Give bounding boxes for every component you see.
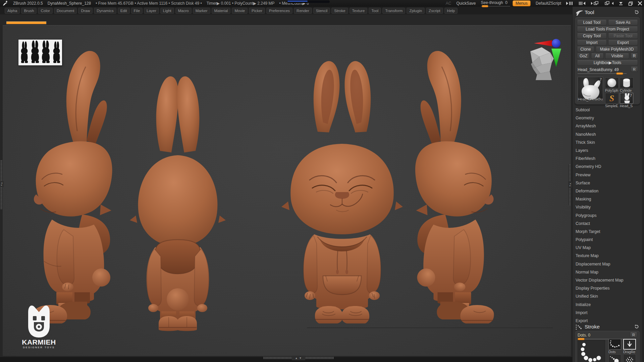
close-window-icon[interactable] [638, 1, 642, 5]
goz-r-button[interactable]: R [631, 53, 638, 59]
subpalette-section[interactable]: UV Map [573, 244, 642, 252]
menu-item[interactable]: Marker [193, 8, 210, 14]
menu-item[interactable]: Preferences [266, 8, 292, 14]
sculpting-canvas[interactable]: KARMIEH DESIGNER TOYS [3, 25, 571, 356]
bottom-tray-divider[interactable]: ▲ ▼ [263, 356, 334, 359]
see-through-handle[interactable] [482, 5, 488, 7]
subpalette-section[interactable]: Surface [573, 179, 642, 187]
left-tray-divider[interactable]: ◄► [0, 160, 3, 209]
menu-item[interactable]: Stencil [313, 8, 330, 14]
stroke-type-slider[interactable]: Dots. 0 R [578, 333, 637, 340]
subpalette-section[interactable]: Deformation [573, 187, 642, 195]
stroke-thumb-dragdot[interactable] [608, 354, 621, 362]
next-ui-layout-icon[interactable] [605, 1, 613, 6]
stroke-thumb-dragrect[interactable] [623, 339, 636, 350]
right-tray-divider[interactable]: ◄► [569, 164, 571, 205]
save-as-button[interactable]: Save As [608, 20, 638, 25]
subpalette-section[interactable]: Polygroups [573, 211, 642, 219]
subpalette-section[interactable]: FiberMesh [573, 155, 642, 163]
active-color-swatch[interactable] [6, 21, 47, 24]
subpalette-section[interactable]: Texture Map [573, 252, 642, 260]
menu-item[interactable]: Help [444, 8, 458, 14]
load-tools-from-project-button[interactable]: Load Tools From Project [577, 26, 638, 32]
tool-palette-restore-icon[interactable] [634, 10, 639, 15]
menu-item[interactable]: Draw [78, 8, 93, 14]
subpalette-section[interactable]: Geometry [573, 114, 642, 122]
menu-item[interactable]: Picker [249, 8, 265, 14]
subpalette-section[interactable]: Visibility [573, 203, 642, 211]
menu-item[interactable]: Edit [118, 8, 130, 14]
stroke-palette-restore-icon[interactable] [634, 324, 639, 329]
sculpt-left-profile-view[interactable] [23, 47, 114, 332]
subpalette-section[interactable]: Contact [573, 220, 642, 228]
subpalette-section[interactable]: Thick Skin [573, 138, 642, 146]
tool-thumb-simplebrush[interactable]: S [605, 93, 619, 104]
subpalette-section[interactable]: Polypaint [573, 236, 642, 244]
default-zscript-button[interactable]: DefaultZScript [536, 1, 561, 6]
make-polymesh3d-button[interactable]: Make PolyMesh3D [596, 47, 638, 52]
menu-item[interactable]: Stroke [331, 8, 348, 14]
menu-item[interactable]: Brush [21, 8, 37, 14]
subpalette-section[interactable]: Displacement Map [573, 260, 642, 268]
sculpt-front-view[interactable] [280, 55, 404, 325]
menus-toggle-button[interactable]: Menus [513, 0, 531, 6]
subpalette-section[interactable]: Normal Map [573, 268, 642, 276]
subpalette-section[interactable]: Display Properties [573, 284, 642, 292]
goz-visible-button[interactable]: Visible [605, 53, 629, 59]
menu-item[interactable]: Tool [369, 8, 381, 14]
menu-item[interactable]: Alpha [5, 8, 20, 14]
tool-thumb-cylinder[interactable] [620, 77, 633, 88]
sculpt-back-view[interactable] [129, 69, 226, 332]
subpalette-section[interactable]: Masking [573, 195, 642, 203]
bottom-tray-divider-arrows[interactable]: ▲ ▼ [292, 356, 305, 360]
menu-item[interactable]: File [131, 8, 143, 14]
restore-window-icon[interactable] [628, 1, 633, 6]
subpalette-section[interactable]: Unified Skin [573, 292, 642, 300]
menu-item[interactable]: Light [160, 8, 174, 14]
stroke-slider-handle[interactable] [578, 338, 585, 340]
stroke-thumb-spray[interactable] [623, 354, 636, 362]
menu-item[interactable]: Layer [144, 8, 159, 14]
clone-button[interactable]: Clone [577, 47, 594, 52]
left-tray-divider-arrows[interactable]: ◄► [0, 181, 4, 187]
current-tool-r-button[interactable]: R [631, 67, 638, 72]
subpalette-section[interactable]: ArrayMesh [573, 122, 642, 130]
active-tool-thumbnail[interactable]: 7 Head_SneakBun [578, 77, 603, 102]
stroke-r-button[interactable]: R [630, 332, 637, 338]
menu-item[interactable]: Movie [232, 8, 248, 14]
prev-ui-layout-icon[interactable] [591, 1, 600, 6]
subpalette-section[interactable]: Geometry HD [573, 163, 642, 171]
quicksave-button[interactable]: QuickSave [457, 1, 476, 6]
subpalette-section[interactable]: Layers [573, 146, 642, 155]
minimize-window-icon[interactable] [619, 1, 623, 5]
subpalette-section[interactable]: Subtool [573, 106, 642, 114]
subpalette-section[interactable]: Initialize [573, 301, 642, 309]
lightbox-tools-button[interactable]: Lightbox▶Tools [577, 60, 638, 66]
shrink-right-tray-icon[interactable] [579, 1, 586, 5]
menu-item[interactable]: Zscript [426, 8, 443, 14]
export-button[interactable]: Export [608, 40, 638, 46]
active-stroke-thumbnail[interactable]: Dots [578, 340, 605, 362]
menu-item[interactable]: Dynamics [94, 8, 116, 14]
lowpoly-head-mesh[interactable] [521, 45, 558, 80]
subpalette-section[interactable]: Import [573, 309, 642, 317]
current-tool-slider[interactable]: Head_SneakBunny. 49 R [578, 67, 638, 74]
right-tray-divider-arrows[interactable]: ◄► [568, 182, 572, 188]
menu-item[interactable]: Texture [350, 8, 368, 14]
stroke-thumb-dots[interactable] [608, 339, 621, 350]
menu-item[interactable]: Material [212, 8, 231, 14]
menu-item[interactable]: Zplugin [407, 8, 425, 14]
goz-all-button[interactable]: All [591, 53, 604, 59]
sculpt-right-profile-view[interactable] [411, 47, 506, 332]
copy-tool-button[interactable]: Copy Tool [577, 33, 607, 39]
import-button[interactable]: Import [577, 40, 607, 46]
tool-thumb-polysphere[interactable] [605, 77, 619, 88]
current-tool-slider-handle[interactable] [616, 72, 623, 75]
subpalette-section[interactable]: Morph Target [573, 228, 642, 236]
menu-item[interactable]: Document [54, 8, 77, 14]
load-tool-button[interactable]: Load Tool [577, 20, 607, 25]
tool-thumb-head-sneakbunny[interactable]: 7 [620, 93, 633, 104]
menu-item[interactable]: Render [294, 8, 312, 14]
menu-item[interactable]: Macro [175, 8, 192, 14]
goz-button[interactable]: GoZ [577, 53, 590, 59]
